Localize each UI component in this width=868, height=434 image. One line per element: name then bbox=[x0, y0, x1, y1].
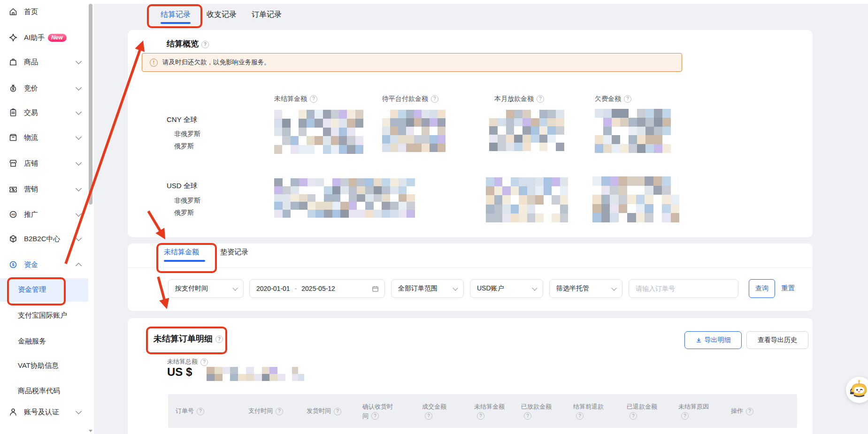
date-separator: - bbox=[295, 285, 297, 292]
sidebar-item-logistics[interactable]: 物流 bbox=[0, 129, 88, 146]
sidebar-item-ai-assistant[interactable]: AI助手 New bbox=[0, 29, 88, 46]
sidebar-item-vat-info[interactable]: VAT协助信息 bbox=[0, 357, 88, 374]
chevron-down-icon bbox=[532, 285, 537, 290]
reset-link[interactable]: 重置 bbox=[781, 284, 795, 293]
sidebar-item-alipay-intl-account[interactable]: 支付宝国际账户 bbox=[0, 307, 88, 324]
export-history-button[interactable]: 查看导出历史 bbox=[746, 331, 808, 349]
tab-order-records[interactable]: 订单记录 bbox=[252, 10, 282, 20]
chevron-down-icon bbox=[232, 285, 238, 290]
help-icon[interactable] bbox=[477, 412, 484, 420]
managed-filter-select[interactable]: 筛选半托管 bbox=[549, 279, 622, 298]
time-type-select[interactable]: 按支付时间 bbox=[168, 279, 244, 298]
help-icon[interactable] bbox=[431, 95, 438, 103]
help-icon[interactable] bbox=[624, 95, 631, 103]
sidebar-scrollbar-thumb[interactable] bbox=[89, 4, 92, 205]
bidding-icon bbox=[8, 84, 18, 93]
help-icon[interactable] bbox=[371, 412, 379, 420]
overview-row-sublabel: 非俄罗斯 bbox=[174, 130, 200, 138]
query-button[interactable]: 查询 bbox=[749, 279, 775, 298]
date-range-picker[interactable]: 2020-01-01 - 2025-05-12 bbox=[249, 279, 385, 298]
chevron-down-icon bbox=[76, 84, 82, 91]
help-icon[interactable] bbox=[215, 335, 223, 343]
overview-column-header: 本月放款金额 bbox=[494, 95, 544, 103]
redacted-value-mosaic bbox=[592, 176, 679, 222]
help-icon[interactable] bbox=[334, 408, 341, 415]
chevron-down-icon bbox=[76, 235, 82, 241]
column-header: 成交金额 bbox=[422, 402, 450, 420]
calendar-icon bbox=[372, 285, 379, 292]
redacted-value-mosaic bbox=[292, 367, 304, 381]
sidebar-item-marketing[interactable]: 营销 bbox=[0, 181, 88, 198]
sidebar-item-trade[interactable]: 交易 bbox=[0, 104, 88, 121]
help-icon[interactable] bbox=[425, 412, 432, 420]
home-icon bbox=[8, 7, 18, 16]
help-icon[interactable] bbox=[576, 412, 584, 420]
sidebar-item-label: 营销 bbox=[24, 185, 38, 194]
store-icon bbox=[8, 159, 18, 168]
sidebar-item-promotion[interactable]: AD 推广 bbox=[0, 206, 88, 223]
account-select[interactable]: USD账户 bbox=[470, 279, 543, 298]
column-header: 订单号 bbox=[176, 406, 204, 416]
order-scope-select[interactable]: 全部订单范围 bbox=[391, 279, 464, 298]
logistics-icon bbox=[8, 133, 18, 142]
help-icon[interactable] bbox=[200, 358, 208, 366]
redacted-value-mosaic bbox=[595, 109, 671, 153]
column-header: 结算前退款 bbox=[573, 402, 605, 420]
help-icon[interactable] bbox=[524, 412, 531, 420]
date-start-value: 2020-01-01 bbox=[256, 285, 290, 292]
sidebar-item-products[interactable]: 商品 bbox=[0, 53, 88, 70]
help-icon[interactable] bbox=[310, 95, 317, 103]
chevron-down-icon bbox=[76, 211, 82, 217]
orders-title: 未结算订单明细 bbox=[154, 333, 223, 344]
sidebar-item-bidding[interactable]: 竞价 bbox=[0, 80, 88, 97]
chevron-down-icon bbox=[76, 58, 82, 64]
sidebar-item-label: 资金 bbox=[24, 260, 38, 269]
order-number-input[interactable] bbox=[629, 279, 738, 298]
column-header: 操作 bbox=[731, 406, 753, 416]
tab-income-expense-records[interactable]: 收支记录 bbox=[207, 10, 237, 20]
column-header: 发货时间 bbox=[307, 406, 341, 416]
column-header: 已放款金额 bbox=[521, 402, 553, 420]
sidebar-item-label: 商品税率代码 bbox=[18, 387, 60, 396]
chevron-down-icon bbox=[76, 408, 82, 414]
sidebar-item-home[interactable]: 首页 bbox=[0, 3, 88, 20]
help-icon[interactable] bbox=[630, 412, 637, 420]
sidebar-item-label: 支付宝国际账户 bbox=[18, 311, 67, 320]
chevron-down-icon bbox=[76, 134, 82, 140]
help-icon[interactable] bbox=[537, 95, 544, 103]
sidebar-item-funds-management[interactable]: 资金管理 bbox=[0, 281, 88, 298]
export-detail-button[interactable]: 导出明细 bbox=[684, 331, 742, 349]
sidebar-item-label: 首页 bbox=[24, 8, 38, 16]
date-end-value: 2025-05-12 bbox=[301, 285, 335, 292]
column-header: 已退款金额 bbox=[627, 402, 659, 420]
sidebar-item-financial-services[interactable]: 金融服务 bbox=[0, 333, 88, 350]
sidebar-item-label: 账号及认证 bbox=[24, 408, 59, 417]
sidebar-item-funds[interactable]: $ 资金 bbox=[0, 256, 88, 273]
sidebar-item-b2b2c[interactable]: B2B2C中心 bbox=[0, 230, 88, 247]
help-icon[interactable] bbox=[197, 408, 204, 415]
top-strip bbox=[94, 0, 868, 4]
redacted-value-mosaic bbox=[486, 177, 568, 222]
chevron-down-icon bbox=[76, 160, 82, 166]
overview-row-label: USD 全球 bbox=[167, 182, 198, 190]
help-icon[interactable] bbox=[276, 408, 283, 415]
warning-text: 请及时归还欠款，以免影响业务服务。 bbox=[162, 58, 270, 67]
overview-column-header: 待平台付款金额 bbox=[382, 95, 438, 103]
sidebar-item-tax-code[interactable]: 商品税率代码 bbox=[0, 382, 88, 399]
account-icon bbox=[8, 407, 18, 417]
products-icon bbox=[8, 57, 18, 67]
b2b2c-icon bbox=[8, 234, 18, 244]
sidebar-item-account[interactable]: 账号及认证 bbox=[0, 404, 88, 420]
help-icon[interactable] bbox=[746, 408, 753, 415]
tab-advance-records[interactable]: 垫资记录 bbox=[220, 248, 248, 257]
tab-settlement-records[interactable]: 结算记录 bbox=[161, 10, 191, 20]
robot-icon bbox=[849, 380, 868, 400]
chevron-up-icon bbox=[76, 263, 82, 269]
help-icon[interactable] bbox=[201, 41, 209, 48]
sidebar-item-store[interactable]: 店铺 bbox=[0, 155, 88, 172]
chat-assistant-button[interactable] bbox=[846, 377, 868, 403]
sidebar-item-label: 推广 bbox=[24, 210, 38, 219]
sidebar-item-label: 资金管理 bbox=[18, 285, 46, 294]
help-icon[interactable] bbox=[681, 412, 689, 420]
tab-unsettled-amount[interactable]: 未结算金额 bbox=[164, 248, 199, 257]
